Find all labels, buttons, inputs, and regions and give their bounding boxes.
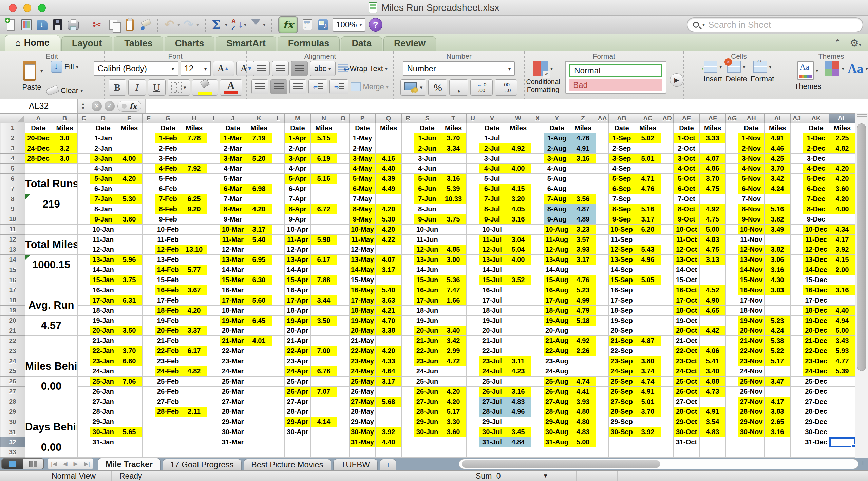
cell[interactable] xyxy=(143,386,155,397)
cell[interactable]: 7.78 xyxy=(181,133,207,143)
cell[interactable] xyxy=(78,255,90,265)
cell[interactable]: 5.39 xyxy=(829,366,855,377)
cell[interactable] xyxy=(596,163,609,174)
cell[interactable] xyxy=(285,447,311,458)
cell[interactable]: 23-Sep xyxy=(609,356,635,366)
cell[interactable] xyxy=(207,245,220,255)
cell[interactable] xyxy=(791,184,803,194)
cell[interactable] xyxy=(311,245,337,255)
cell[interactable] xyxy=(78,163,90,174)
cell[interactable]: 12-Aug xyxy=(544,245,570,255)
cell[interactable] xyxy=(207,356,220,366)
cell[interactable] xyxy=(116,407,143,417)
cell[interactable] xyxy=(531,407,544,417)
cell[interactable] xyxy=(311,326,337,336)
cell[interactable] xyxy=(285,437,311,447)
cell[interactable] xyxy=(155,427,181,437)
stat-label-miles-behind[interactable]: Miles Behind xyxy=(25,356,78,377)
theme-fonts-button[interactable]: Aa▾ xyxy=(848,61,868,76)
cell[interactable]: 3.67 xyxy=(181,285,207,295)
cell[interactable] xyxy=(143,184,155,194)
cell[interactable]: 14-Oct xyxy=(674,265,700,275)
cell[interactable] xyxy=(402,275,414,285)
cell[interactable] xyxy=(143,174,155,184)
cell[interactable] xyxy=(467,174,479,184)
stat-value-total-runs[interactable]: 219 xyxy=(25,194,78,214)
cell[interactable]: 5.43 xyxy=(635,245,661,255)
row-header-18[interactable]: 18 xyxy=(0,295,25,305)
cell[interactable] xyxy=(661,397,674,407)
save-icon[interactable] xyxy=(52,18,64,31)
cell[interactable]: 20-Nov xyxy=(738,326,765,336)
cell[interactable]: 17-Jan xyxy=(90,295,116,305)
cell[interactable]: 25-May xyxy=(350,376,376,386)
cell[interactable] xyxy=(726,204,738,214)
cell[interactable] xyxy=(609,447,635,458)
cell[interactable] xyxy=(143,214,155,224)
cell[interactable] xyxy=(402,305,414,315)
cell[interactable] xyxy=(402,184,414,194)
cell[interactable] xyxy=(116,234,143,245)
cell[interactable] xyxy=(726,133,738,143)
cell[interactable]: 22-Mar xyxy=(220,346,246,356)
cell[interactable] xyxy=(78,437,90,447)
cell[interactable]: 4.70 xyxy=(376,315,402,326)
cell[interactable]: 5.01 xyxy=(635,397,661,407)
sheet-tab-mile-tracker[interactable]: Mile Tracker xyxy=(98,458,161,470)
cell[interactable] xyxy=(791,397,803,407)
stat-value-miles-behind[interactable]: 0.00 xyxy=(25,376,78,397)
cell[interactable]: 24-Dec xyxy=(803,366,829,377)
cell[interactable] xyxy=(791,265,803,275)
cell[interactable]: 1-Nov xyxy=(738,133,765,143)
cell[interactable]: 20-Feb xyxy=(155,326,181,336)
minimize-window-button[interactable] xyxy=(23,4,31,12)
cell[interactable]: 15-Aug xyxy=(544,275,570,285)
column-header-AJ[interactable]: AJ xyxy=(791,114,803,123)
column-header-K[interactable]: K xyxy=(246,114,272,123)
cell[interactable]: 23-May xyxy=(350,356,376,366)
cell[interactable]: 24-Jun xyxy=(414,366,440,377)
cell[interactable] xyxy=(207,427,220,437)
cell[interactable]: 5-Jul xyxy=(479,174,505,184)
cell[interactable]: 4.24 xyxy=(765,326,791,336)
cell[interactable]: 5.23 xyxy=(765,315,791,326)
cell[interactable]: 4.24 xyxy=(765,184,791,194)
cell[interactable]: 5.00 xyxy=(829,326,855,336)
merge-button[interactable]: Merge xyxy=(363,82,384,91)
cell[interactable]: 5.22 xyxy=(765,346,791,356)
cell[interactable]: 20-Aug xyxy=(544,326,570,336)
cell[interactable] xyxy=(596,265,609,275)
cell[interactable] xyxy=(505,336,531,346)
cell[interactable] xyxy=(78,397,90,407)
cell[interactable]: 4.92 xyxy=(700,204,726,214)
cell[interactable]: 4-May xyxy=(350,163,376,174)
cell[interactable]: 6.98 xyxy=(246,184,272,194)
cell[interactable] xyxy=(181,275,207,285)
cell[interactable]: 1-Oct xyxy=(674,133,700,143)
cell[interactable] xyxy=(531,397,544,407)
format-painter-icon[interactable] xyxy=(139,18,151,31)
cell[interactable]: 1-Jul xyxy=(479,133,505,143)
column-header-AB[interactable]: AB xyxy=(609,114,635,123)
cell[interactable]: 19-Dec xyxy=(803,315,829,326)
column-header-T[interactable]: T xyxy=(440,114,467,123)
column-header-L[interactable]: L xyxy=(272,114,285,123)
cell[interactable] xyxy=(207,336,220,346)
cell[interactable] xyxy=(531,346,544,356)
cell[interactable]: 4.20 xyxy=(376,224,402,234)
cell[interactable] xyxy=(402,163,414,174)
cell[interactable] xyxy=(25,214,52,224)
cell[interactable]: 6-Jan xyxy=(90,184,116,194)
cell[interactable]: 7.47 xyxy=(440,285,467,295)
row-header-5[interactable]: 5 xyxy=(0,163,25,174)
cell[interactable]: 6-Sep xyxy=(609,184,635,194)
cell[interactable] xyxy=(467,204,479,214)
row-header-9[interactable]: 9 xyxy=(0,204,25,214)
cell[interactable] xyxy=(272,214,285,224)
cell[interactable]: 4.99 xyxy=(570,295,596,305)
cell[interactable]: 3.63 xyxy=(376,295,402,305)
fill-button[interactable]: Fill▾ xyxy=(51,61,79,73)
cell[interactable] xyxy=(376,407,402,417)
cell[interactable]: 17-May xyxy=(350,295,376,305)
cell[interactable]: 6.30 xyxy=(246,275,272,285)
